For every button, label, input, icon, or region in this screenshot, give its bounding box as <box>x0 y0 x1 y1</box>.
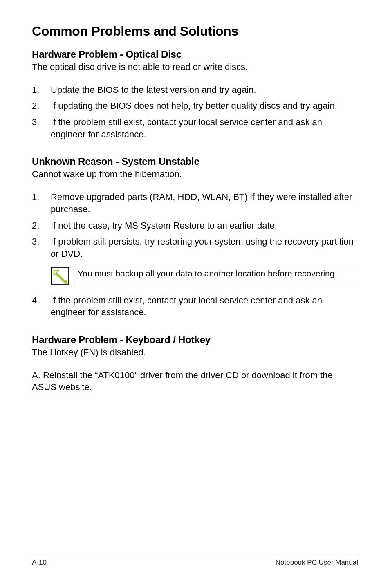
item-number: 1. <box>32 191 51 215</box>
item-number: 4. <box>32 294 51 319</box>
intro-optical-disc: The optical disc drive is not able to re… <box>32 61 358 73</box>
list-system-unstable-b: 4. If the problem still exist, contact y… <box>32 294 358 319</box>
note-icon <box>51 267 72 287</box>
section-optical-disc: Hardware Problem - Optical Disc The opti… <box>32 49 358 140</box>
item-text: Update the BIOS to the latest version an… <box>51 84 358 96</box>
item-text: If the problem still exist, contact your… <box>51 116 358 140</box>
list-item: 3. If the problem still exist, contact y… <box>32 116 358 140</box>
item-text: If the problem still exist, contact your… <box>51 294 358 319</box>
item-text: Remove upgraded parts (RAM, HDD, WLAN, B… <box>51 191 358 215</box>
page-footer: A-10 Notebook PC User Manual <box>32 556 358 567</box>
footer-title: Notebook PC User Manual <box>276 559 358 567</box>
page-number: A-10 <box>32 559 47 567</box>
list-system-unstable-a: 1. Remove upgraded parts (RAM, HDD, WLAN… <box>32 191 358 260</box>
body-keyboard-hotkey: A. Reinstall the “ATK0100” driver from t… <box>32 369 358 393</box>
list-item: 3. If problem still persists, try restor… <box>32 236 358 260</box>
sub-heading-keyboard-hotkey: Hardware Problem - Keyboard / Hotkey <box>32 334 358 346</box>
sub-heading-system-unstable: Unknown Reason - System Unstable <box>32 156 358 167</box>
note-content: You must backup all your data to another… <box>74 265 358 283</box>
item-text: If not the case, try MS System Restore t… <box>51 220 358 232</box>
item-number: 2. <box>32 100 51 112</box>
list-item: 1. Update the BIOS to the latest version… <box>32 84 358 96</box>
item-number: 1. <box>32 84 51 96</box>
section-keyboard-hotkey: Hardware Problem - Keyboard / Hotkey The… <box>32 334 358 393</box>
item-number: 3. <box>32 236 51 260</box>
list-item: 2. If not the case, try MS System Restor… <box>32 220 358 232</box>
item-number: 3. <box>32 116 51 140</box>
item-text: If updating the BIOS does not help, try … <box>51 100 358 112</box>
item-text: If problem still persists, try restoring… <box>51 236 358 260</box>
list-item: 2. If updating the BIOS does not help, t… <box>32 100 358 112</box>
item-number: 2. <box>32 220 51 232</box>
section-system-unstable: Unknown Reason - System Unstable Cannot … <box>32 156 358 319</box>
intro-system-unstable: Cannot wake up from the hibernation. <box>32 168 358 180</box>
note-block: You must backup all your data to another… <box>51 265 358 287</box>
sub-heading-optical-disc: Hardware Problem - Optical Disc <box>32 49 358 60</box>
list-item: 1. Remove upgraded parts (RAM, HDD, WLAN… <box>32 191 358 215</box>
list-item: 4. If the problem still exist, contact y… <box>32 294 358 319</box>
main-heading: Common Problems and Solutions <box>32 24 358 39</box>
list-optical-disc: 1. Update the BIOS to the latest version… <box>32 84 358 141</box>
intro-keyboard-hotkey: The Hotkey (FN) is disabled. <box>32 346 358 359</box>
note-text: You must backup all your data to another… <box>78 268 358 279</box>
